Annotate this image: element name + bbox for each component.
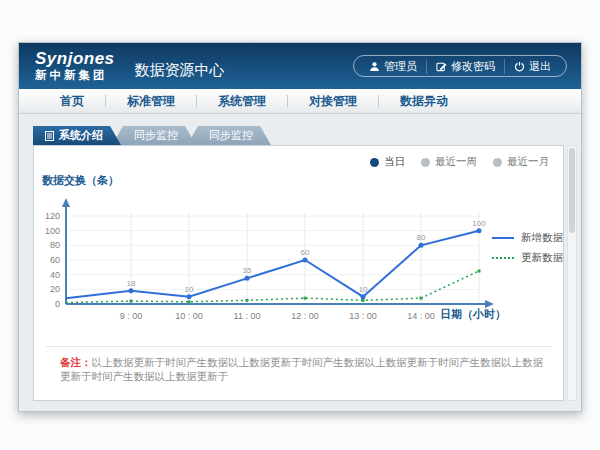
svg-text:10 : 00: 10 : 00 [175, 311, 203, 321]
radio-icon [493, 158, 502, 167]
change-password-button[interactable]: 修改密码 [426, 59, 504, 74]
svg-text:60: 60 [50, 255, 60, 265]
admin-user-button[interactable]: 管理员 [360, 59, 426, 74]
radio-last-month[interactable]: 最近一月 [493, 155, 549, 169]
header-actions: 管理员 修改密码 退出 [353, 55, 567, 77]
radio-today[interactable]: 当日 [370, 155, 405, 169]
logout-label: 退出 [529, 59, 551, 74]
logo-title: Synjones [35, 50, 115, 67]
footnote: 备注：以上数据更新于时间产生数据以上数据更新于时间产生数据以上数据更新于时间产生… [46, 346, 551, 383]
radio-last-week[interactable]: 最近一周 [421, 155, 477, 169]
tab-bar: 系统介绍 同步监控 同步监控 [33, 126, 271, 145]
nav-item-system-mgmt[interactable]: 系统管理 [197, 93, 287, 110]
svg-text:10: 10 [359, 285, 368, 294]
app-window: Synjones 新中新集团 数据资源中心 管理员 修改密码 退出 首页 标准管… [18, 42, 582, 412]
nav-item-standard-mgmt[interactable]: 标准管理 [106, 93, 196, 110]
radio-icon [370, 158, 379, 167]
nav-item-interface-mgmt[interactable]: 对接管理 [288, 93, 378, 110]
edit-icon [436, 61, 447, 72]
legend-label: 更新数据 [521, 251, 563, 265]
tab-system-intro[interactable]: 系统介绍 [33, 126, 121, 145]
main-nav: 首页 标准管理 系统管理 对接管理 数据异动 [19, 89, 581, 114]
tab-label: 同步监控 [209, 128, 253, 143]
scrollbar-thumb[interactable] [569, 148, 575, 233]
nav-item-home[interactable]: 首页 [39, 93, 105, 110]
chart-panel: 当日 最近一周 最近一月 数据交换（条） 0204060801001209 : … [33, 145, 564, 401]
document-icon [45, 131, 54, 141]
legend-item-updated-data: 更新数据 [492, 248, 563, 268]
page-title: 数据资源中心 [135, 61, 225, 80]
tab-sync-monitor-2[interactable]: 同步监控 [187, 126, 271, 145]
svg-text:18: 18 [127, 279, 136, 288]
svg-text:80: 80 [417, 233, 426, 242]
chart-legend: 新增数据 更新数据 [492, 228, 563, 268]
svg-text:100: 100 [472, 219, 486, 228]
footnote-text: 以上数据更新于时间产生数据以上数据更新于时间产生数据以上数据更新于时间产生数据以… [60, 356, 543, 382]
radio-label: 当日 [384, 155, 405, 169]
solid-line-icon [492, 237, 514, 239]
logout-button[interactable]: 退出 [504, 59, 560, 74]
tab-sync-monitor-1[interactable]: 同步监控 [112, 126, 196, 145]
svg-text:9 : 00: 9 : 00 [120, 311, 143, 321]
svg-text:0: 0 [55, 299, 60, 309]
svg-text:14 : 00: 14 : 00 [407, 311, 435, 321]
svg-text:35: 35 [243, 266, 252, 275]
logout-icon [514, 61, 525, 72]
time-range-filter: 当日 最近一周 最近一月 [370, 155, 549, 169]
legend-item-new-data: 新增数据 [492, 228, 563, 248]
x-axis-title: 日期（小时） [440, 307, 506, 322]
svg-text:20: 20 [50, 284, 60, 294]
radio-icon [421, 158, 430, 167]
company-logo[interactable]: Synjones 新中新集团 [35, 50, 115, 82]
svg-text:11 : 00: 11 : 00 [234, 311, 261, 321]
svg-text:40: 40 [50, 270, 60, 280]
user-icon [369, 61, 380, 72]
vertical-scrollbar[interactable] [567, 145, 577, 401]
svg-text:100: 100 [45, 226, 60, 236]
svg-text:120: 120 [45, 211, 60, 221]
svg-text:80: 80 [50, 240, 60, 250]
logo-subtitle: 新中新集团 [35, 70, 115, 82]
svg-text:60: 60 [301, 248, 310, 257]
legend-label: 新增数据 [521, 231, 563, 245]
change-password-label: 修改密码 [451, 59, 495, 74]
footnote-label: 备注： [60, 356, 92, 368]
nav-item-data-change[interactable]: 数据异动 [379, 93, 469, 110]
radio-label: 最近一月 [507, 155, 549, 169]
tab-label: 同步监控 [134, 128, 178, 143]
svg-text:13 : 00: 13 : 00 [349, 311, 377, 321]
svg-text:12 : 00: 12 : 00 [291, 311, 319, 321]
radio-label: 最近一周 [435, 155, 477, 169]
dotted-line-icon [492, 257, 514, 259]
admin-user-label: 管理员 [384, 59, 417, 74]
svg-text:10: 10 [185, 285, 194, 294]
tab-label: 系统介绍 [59, 128, 103, 143]
app-header: Synjones 新中新集团 数据资源中心 管理员 修改密码 退出 [19, 43, 581, 89]
